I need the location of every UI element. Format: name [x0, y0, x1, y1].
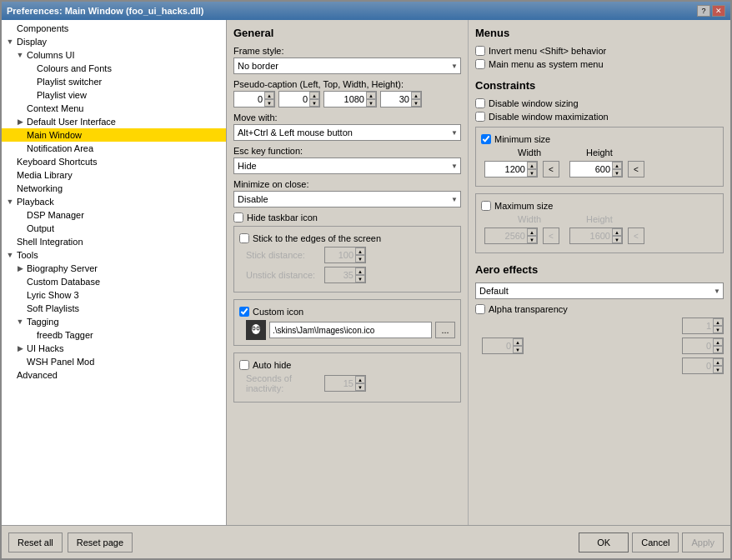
general-title: General — [233, 27, 461, 39]
titlebar-buttons: ? ✕ — [697, 5, 725, 17]
hide-taskbar-checkbox[interactable] — [233, 212, 243, 222]
max-size-group: Maximum size Width Height — [475, 193, 724, 253]
min-width-input[interactable] — [485, 162, 527, 177]
tree-label-output: Output — [27, 223, 54, 233]
min-width-down[interactable]: ▼ — [527, 169, 537, 177]
cancel-button[interactable]: Cancel — [632, 532, 679, 552]
icon-path-input[interactable] — [269, 322, 432, 338]
sidebar-item-media-library[interactable]: Media Library — [2, 168, 226, 182]
sidebar-item-dsp-manager[interactable]: DSP Manager — [2, 208, 226, 222]
alpha-transparency-checkbox[interactable] — [475, 304, 485, 314]
pseudo-top-up[interactable]: ▲ — [309, 92, 319, 99]
sidebar-item-notification-area[interactable]: Notification Area — [2, 142, 226, 155]
main-menu-system-checkbox[interactable] — [475, 59, 485, 69]
pseudo-width-input[interactable] — [324, 92, 366, 107]
min-height-clear[interactable]: < — [628, 161, 644, 178]
ok-button[interactable]: OK — [579, 532, 629, 552]
max-size-checkbox[interactable] — [481, 201, 491, 211]
reset-page-button[interactable]: Reset page — [68, 532, 133, 552]
sidebar-item-wsh-panel-mod[interactable]: WSH Panel Mod — [2, 355, 226, 368]
min-height-header: Height — [586, 148, 628, 158]
pseudo-height-up[interactable]: ▲ — [411, 92, 421, 99]
auto-hide-checkbox[interactable] — [239, 360, 249, 370]
stick-distance-spinbox: ▲ ▼ — [324, 247, 366, 263]
stick-edges-row: Stick to the edges of the screen — [239, 233, 455, 243]
pseudo-left-up[interactable]: ▲ — [264, 92, 274, 99]
aero-select[interactable]: DefaultNoneCustom — [475, 282, 724, 299]
browse-button[interactable]: ... — [435, 322, 455, 338]
min-width-up[interactable]: ▲ — [527, 162, 537, 169]
move-with-select[interactable]: Alt+Ctrl & Left mouse buttonDisabled — [233, 124, 461, 141]
pseudo-left-down[interactable]: ▼ — [264, 99, 274, 107]
pseudo-top-down[interactable]: ▼ — [309, 99, 319, 107]
pseudo-width-up[interactable]: ▲ — [366, 92, 376, 99]
sidebar-item-ui-hacks[interactable]: ▶UI Hacks — [2, 342, 226, 355]
sidebar-item-lyric-show[interactable]: Lyric Show 3 — [2, 288, 226, 302]
min-size-wh-labels: Width Height — [481, 148, 718, 158]
help-button[interactable]: ? — [697, 5, 710, 17]
tree-label-dsp-manager: DSP Manager — [27, 210, 84, 220]
sidebar-item-advanced[interactable]: Advanced — [2, 368, 226, 382]
sidebar-item-networking[interactable]: Networking — [2, 182, 226, 195]
pseudo-width-down[interactable]: ▼ — [366, 99, 376, 107]
expand-icon-playback[interactable]: ▼ — [5, 197, 15, 207]
sidebar-item-keyboard-shortcuts[interactable]: Keyboard Shortcuts — [2, 155, 226, 168]
pseudo-height-down[interactable]: ▼ — [411, 99, 421, 107]
sidebar-item-components[interactable]: Components — [2, 22, 226, 35]
sidebar-item-freedb-tagger[interactable]: freedb Tagger — [2, 328, 226, 342]
min-width-clear[interactable]: < — [543, 161, 559, 178]
invert-menu-checkbox[interactable] — [475, 46, 485, 56]
sidebar-item-biography-server[interactable]: ▶Biography Server — [2, 262, 226, 275]
disable-maximization-row: Disable window maximization — [475, 112, 724, 122]
sidebar-item-output[interactable]: Output — [2, 222, 226, 235]
expand-icon-columns-ui[interactable]: ▼ — [15, 50, 25, 60]
sidebar-item-tools[interactable]: ▼Tools — [2, 248, 226, 262]
sidebar-item-colours-fonts[interactable]: Colours and Fonts — [2, 62, 226, 75]
pseudo-height-input[interactable] — [381, 92, 411, 107]
expand-icon-display[interactable]: ▼ — [5, 37, 15, 47]
sidebar-item-display[interactable]: ▼Display — [2, 35, 226, 48]
esc-key-select[interactable]: HideMinimizeClose — [233, 158, 461, 174]
stick-edges-checkbox[interactable] — [239, 233, 249, 243]
min-height-down[interactable]: ▼ — [612, 169, 622, 177]
expand-icon-tagging[interactable]: ▼ — [15, 317, 25, 327]
alpha-transparency-label: Alpha transparency — [489, 304, 568, 314]
pseudo-left-input[interactable] — [234, 92, 264, 107]
min-height-input[interactable] — [570, 162, 612, 177]
sidebar-item-columns-ui[interactable]: ▼Columns UI — [2, 48, 226, 62]
min-size-checkbox[interactable] — [481, 134, 491, 144]
minimize-close-select[interactable]: DisableEnable — [233, 191, 461, 208]
reset-all-button[interactable]: Reset all — [8, 532, 63, 552]
move-with-row: Move with: Alt+Ctrl & Left mouse buttonD… — [233, 112, 461, 141]
sidebar-item-playlist-view[interactable]: Playlist view — [2, 88, 226, 102]
aero-val4-down: ▼ — [713, 366, 723, 373]
frame-style-select[interactable]: No borderNormalSmallDialogThin — [233, 58, 461, 74]
sidebar-item-tagging[interactable]: ▼Tagging — [2, 315, 226, 328]
sidebar-item-default-user-interface[interactable]: ▶Default User Interface — [2, 115, 226, 128]
disable-maximization-checkbox[interactable] — [475, 112, 485, 122]
sidebar-item-context-menu[interactable]: Context Menu — [2, 102, 226, 115]
min-height-up[interactable]: ▲ — [612, 162, 622, 169]
close-button[interactable]: ✕ — [712, 5, 725, 17]
apply-button[interactable]: Apply — [682, 532, 724, 552]
expand-icon-default-user-interface[interactable]: ▶ — [15, 117, 25, 127]
sidebar-item-main-window[interactable]: Main Window — [2, 128, 226, 142]
disable-sizing-checkbox[interactable] — [475, 98, 485, 108]
sidebar-item-playback[interactable]: ▼Playback — [2, 195, 226, 208]
tree-row-context-menu: Context Menu — [2, 102, 226, 114]
tree-label-columns-ui: Columns UI — [27, 50, 74, 60]
max-width-up: ▲ — [527, 228, 537, 236]
sidebar-item-soft-playlists[interactable]: Soft Playlists — [2, 302, 226, 315]
expand-icon-ui-hacks[interactable]: ▶ — [15, 343, 25, 353]
sidebar-item-shell-integration[interactable]: Shell Integration — [2, 235, 226, 248]
seconds-inactivity-row: Seconds of inactivity: ▲ ▼ — [239, 373, 455, 393]
expand-icon-biography-server[interactable]: ▶ — [15, 263, 25, 273]
sidebar-item-playlist-switcher[interactable]: Playlist switcher — [2, 75, 226, 88]
custom-icon-checkbox[interactable] — [239, 307, 249, 317]
sidebar-item-custom-database[interactable]: Custom Database — [2, 275, 226, 288]
expand-icon-tools[interactable]: ▼ — [5, 250, 15, 260]
auto-hide-group: Auto hide Seconds of inactivity: ▲ ▼ — [233, 352, 461, 402]
pseudo-top-input[interactable] — [279, 92, 309, 107]
min-width-spinbox: ▲ ▼ — [484, 161, 538, 178]
seconds-inactivity-label: Seconds of inactivity: — [246, 373, 321, 393]
